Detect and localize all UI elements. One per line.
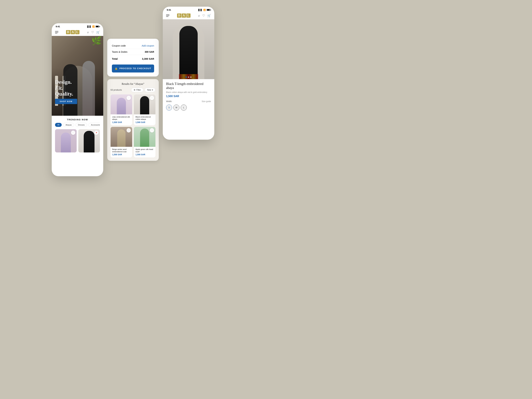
product-name-3: Apple green silk head scarf [135,148,154,153]
wishlist-icon-3[interactable]: ♡ [202,14,205,18]
phone-3: 9:41 ▌▌▌ 📶 D A L ⌕ ♡ 🛒 [163,7,214,140]
product-detail-title: Black T-length embroidered abaya [166,82,211,90]
product-info-2: Beige winter wool embroidered coat 1,500… [111,147,132,158]
product-info-1: Black embroidered cotton abaya 1,500 SAR [134,114,155,125]
battery-icon [95,25,99,27]
product-price-2: 1,500 SAR [112,153,131,156]
dot-1[interactable] [185,76,187,78]
cart-icon[interactable]: 🛒 [96,30,100,34]
add-coupon-link[interactable]: Add coupon [142,44,154,47]
checkout-label: PROCEED TO CHECKOUT [120,67,152,70]
logo-d-3: D [177,13,181,18]
product-price-1: 1,500 SAR [135,121,154,124]
coupon-row: Coupon code Add coupon [112,43,154,49]
status-bar-1: 9:41 ▌▌▌ 📶 [52,23,103,29]
menu-button-3[interactable] [166,14,169,17]
wishlist-btn-1[interactable]: ♡ [71,131,75,135]
time-1: 9:41 [56,25,60,28]
image-dots [163,76,214,78]
product-img-3: ♡ [134,127,155,147]
product-card-0[interactable]: ♡ Lilac embroidered silk abaya 1,500 SAR [111,95,132,125]
cart-section: Coupon code Add coupon Taxes & Duties 30… [107,39,159,76]
chevron-down-icon: ▾ [152,89,153,91]
wishlist-1[interactable]: ♡ [150,96,154,100]
product-card-3[interactable]: ♡ Apple green silk head scarf 1,500 SAR [134,127,155,158]
search-toolbar: 63 products ⚙ Filter New ▾ [111,88,155,92]
wishlist-btn-2[interactable]: ♥ [94,131,99,135]
dot-3[interactable] [190,76,191,78]
hero-line2: Fit. [55,85,63,91]
size-section: Width: Size guide [166,100,211,103]
pill-accessories[interactable]: Accessories [89,123,100,127]
logo-a-3: A [182,13,186,18]
product-img-1: ♡ [134,95,155,114]
taxes-row: Taxes & Duties 300 SAR [112,49,154,55]
product-count: 63 products [111,89,122,91]
product-card-2[interactable]: ♡ Beige winter wool embroidered coat 1,5… [111,127,132,158]
nav-icons-1: ⌕ ♡ 🛒 [87,30,100,34]
wishlist-icon[interactable]: ♡ [91,30,94,34]
product-name-2: Beige winter wool embroidered coat [112,148,131,153]
product-price-0: 1,500 SAR [112,121,131,124]
status-bar-3: 9:41 ▌▌▌ 📶 [163,7,214,12]
hero-line3: Quality. [55,91,73,97]
product-img-2: ♡ [111,127,132,147]
trending-products: ♡ ♥ [55,129,100,152]
dot-2[interactable] [188,76,189,78]
pill-all[interactable]: All [55,123,62,127]
wishlist-3[interactable]: ♡ [150,128,154,133]
nav-bar-1: D A L ⌕ ♡ 🛒 [52,29,103,36]
taxes-label: Taxes & Duties [112,51,127,53]
trending-section: TRENDING NOW All Abayas Dresses Accessor… [52,116,103,155]
logo-a: A [71,30,75,34]
pill-abayas[interactable]: Abayas [63,123,74,127]
wifi-icon-3: 📶 [203,9,206,11]
size-guide-link[interactable]: Size guide [202,100,211,103]
logo-1: D A L [66,30,79,34]
total-label: Total [112,57,118,60]
product-card-1[interactable]: ♡ Black embroidered cotton abaya 1,500 S… [134,95,155,125]
search-icon[interactable]: ⌕ [87,30,89,34]
width-label: Width: [166,100,172,103]
menu-button[interactable] [55,31,58,33]
size-options: S M L [166,105,211,111]
checkout-button[interactable]: 🔒 PROCEED TO CHECKOUT [112,64,154,72]
size-l-button[interactable]: L [181,105,187,111]
phone-1: 9:41 ▌▌▌ 📶 D A L ⌕ ♡ 🛒 🌿 [52,23,103,176]
product-price-3: 1,500 SAR [135,153,154,156]
abaya-figure [179,26,198,79]
product-detail-price: 1,500 SAR [166,95,211,98]
time-3: 9:41 [167,9,171,11]
middle-panel: Coupon code Add coupon Taxes & Duties 30… [107,39,159,161]
filter-button[interactable]: ⚙ Filter [131,88,143,92]
toolbar-right: ⚙ Filter New ▾ [131,88,155,92]
signal-icon: ▌▌▌ [87,25,91,28]
trending-card-2[interactable]: ♥ [78,129,100,152]
hero-text: Design. Fit. Quality. SHOP NOW [55,79,77,104]
product-name-0: Lilac embroidered silk abaya [112,116,131,120]
product-hero-image [163,19,214,79]
battery-icon-3 [207,9,210,11]
cart-icon-3[interactable]: 🛒 [207,14,211,18]
wishlist-0[interactable]: ♡ [127,96,131,100]
status-icons-3: ▌▌▌ 📶 [198,9,210,11]
wishlist-2[interactable]: ♡ [127,128,131,133]
total-row: Total 3,300 SAR [112,55,154,62]
size-m-button[interactable]: M [173,105,179,111]
total-amount: 3,300 SAR [142,57,154,60]
sort-button[interactable]: New ▾ [145,88,155,92]
pill-dresses[interactable]: Dresses [76,123,87,127]
signal-icon-3: ▌▌▌ [198,9,203,11]
logo-l: L [75,30,79,34]
shop-now-button[interactable]: SHOP NOW [55,99,77,104]
size-s-button[interactable]: S [166,105,172,111]
hero-image-1: 🌿 Design. Fit. Quality. SHOP NOW [52,36,103,116]
search-icon-3[interactable]: ⌕ [198,14,200,17]
lock-icon: 🔒 [115,67,118,70]
taxes-amount: 300 SAR [145,51,154,53]
product-name-1: Black embroidered cotton abaya [135,116,154,120]
trending-card-1[interactable]: ♡ [55,129,77,152]
product-info-0: Lilac embroidered silk abaya 1,500 SAR [111,114,132,125]
nav-bar-3: D A L ⌕ ♡ 🛒 [163,12,214,19]
category-pills: All Abayas Dresses Accessories [55,123,100,127]
